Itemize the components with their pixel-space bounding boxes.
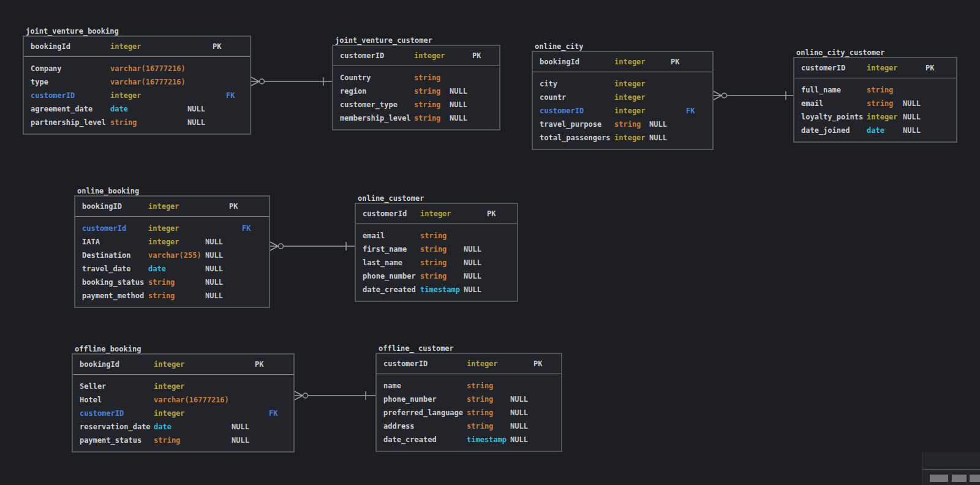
- column-type: varchar(16777216): [110, 62, 186, 75]
- column-type: integer: [148, 222, 179, 235]
- column-type: integer: [148, 235, 179, 249]
- column-row: addressstringNULL: [377, 419, 561, 433]
- column-type: integer: [614, 91, 646, 104]
- column-type: string: [148, 276, 175, 289]
- table-joint-venture-customer[interactable]: joint_venture_customer customerIDinteger…: [332, 36, 500, 130]
- column-nullable: NULL: [510, 393, 528, 406]
- relationship-onlinebooking-onlinecustomer[interactable]: [270, 242, 355, 250]
- table-box: customerIDintegerPK namestringphone_numb…: [375, 353, 562, 452]
- column-type: integer: [614, 131, 646, 145]
- column-row: bookingIdintegerPK: [533, 52, 712, 72]
- column-type: integer: [614, 52, 646, 72]
- column-key-badge: PK: [472, 46, 481, 66]
- column-type: string: [414, 111, 440, 125]
- column-nullable: NULL: [205, 289, 223, 303]
- column-name: countr: [540, 91, 566, 104]
- column-name: loyalty_points: [801, 110, 863, 124]
- table-body: full_namestringemailstringNULLloyalty_po…: [794, 78, 956, 141]
- relationship-jvbooking-jvcustomer[interactable]: [251, 77, 332, 86]
- table-box: bookingIdintegerPK cityintegercountrinte…: [532, 51, 714, 150]
- table-header-row: customerIdintegerPK: [356, 204, 517, 224]
- table-offline-customer[interactable]: offline_ customer customerIDintegerPK na…: [375, 344, 562, 452]
- column-type: string: [420, 242, 447, 256]
- column-name: phone_number: [363, 269, 416, 283]
- column-row: customer_typestringNULL: [333, 98, 499, 111]
- column-name: region: [340, 85, 366, 98]
- column-row: total_passengersintegerNULL: [533, 131, 712, 145]
- column-row: Sellerinteger: [73, 380, 293, 393]
- table-offline-booking[interactable]: offline_booking bookingIdintegerPK Selle…: [72, 345, 295, 453]
- column-nullable: NULL: [903, 110, 921, 124]
- column-name: last_name: [363, 256, 402, 269]
- table-online-city[interactable]: online_city bookingIdintegerPK cityinteg…: [532, 42, 714, 150]
- column-nullable: NULL: [510, 419, 528, 433]
- table-joint-venture-booking[interactable]: joint_venture_booking bookingIdintegerPK…: [23, 27, 251, 135]
- table-title: joint_venture_customer: [332, 36, 500, 45]
- relationship-onlinecity-onlinecitycustomer[interactable]: [714, 91, 793, 100]
- diagram-canvas[interactable]: joint_venture_booking bookingIdintegerPK…: [0, 0, 980, 485]
- column-name: customerId: [82, 222, 126, 235]
- table-online-customer[interactable]: online_customer customerIdintegerPK emai…: [355, 194, 518, 302]
- table-online-city-customer[interactable]: online_city_customer customerIDintegerPK…: [793, 48, 957, 143]
- table-body: namestringphone_numberstringNULLpreferre…: [377, 374, 561, 451]
- column-name: Hotel: [80, 393, 102, 407]
- column-type: string: [148, 289, 175, 303]
- table-title: online_city_customer: [793, 48, 957, 57]
- column-key-badge: PK: [487, 204, 496, 224]
- table-body: CountrystringregionstringNULLcustomer_ty…: [333, 66, 499, 129]
- column-type: varchar(255): [148, 249, 202, 262]
- column-row: countrinteger: [533, 91, 712, 104]
- column-row: customerIDintegerFK: [73, 407, 293, 420]
- column-row: customerIdintegerPK: [356, 204, 517, 224]
- column-nullable: NULL: [205, 262, 223, 276]
- column-row: full_namestring: [794, 83, 956, 97]
- column-name: address: [383, 419, 415, 433]
- column-type: integer: [154, 355, 185, 374]
- column-name: date_joined: [801, 124, 850, 137]
- column-type: string: [154, 434, 180, 447]
- column-nullable: NULL: [187, 116, 205, 129]
- column-row: customerIdintegerFK: [75, 222, 269, 235]
- column-key-badge: PK: [255, 355, 263, 374]
- column-row: phone_numberstringNULL: [356, 269, 517, 283]
- table-box: customerIDintegerPK Countrystringregions…: [332, 45, 500, 130]
- column-nullable: NULL: [510, 433, 528, 446]
- column-row: bookingIDintegerPK: [75, 197, 269, 216]
- relationship-offlinebooking-offlinecustomer[interactable]: [295, 391, 375, 400]
- column-name: customerID: [383, 354, 428, 374]
- column-type: date: [154, 420, 172, 434]
- column-name: customerID: [340, 46, 384, 66]
- column-name: phone_number: [383, 393, 437, 406]
- column-key-badge: FK: [686, 104, 695, 118]
- column-name: bookingID: [82, 197, 122, 216]
- column-row: agreement_datedateNULL: [24, 102, 250, 116]
- minimap-tables-strip: [922, 469, 980, 485]
- column-type: string: [110, 116, 137, 129]
- column-type: integer: [414, 46, 445, 66]
- column-row: Destinationvarchar(255)NULL: [75, 249, 269, 262]
- column-type: string: [420, 229, 447, 242]
- column-name: email: [801, 97, 823, 110]
- table-body: cityintegercountrintegercustomerIDintege…: [533, 72, 712, 149]
- table-title: offline_ customer: [375, 344, 562, 353]
- table-online-booking[interactable]: online_booking bookingIDintegerPK custom…: [74, 187, 270, 308]
- column-type: string: [414, 85, 440, 98]
- minimap[interactable]: [922, 452, 980, 485]
- column-type: integer: [867, 110, 898, 124]
- column-type: date: [148, 262, 166, 276]
- column-nullable: NULL: [205, 235, 223, 249]
- column-name: customerID: [540, 104, 584, 118]
- minimap-table-tile: [952, 475, 967, 482]
- column-name: date_created: [383, 433, 437, 446]
- column-name: Seller: [80, 380, 106, 393]
- column-row: partnership_levelstringNULL: [24, 116, 250, 129]
- table-box: bookingIdintegerPK SellerintegerHotelvar…: [72, 353, 295, 453]
- column-name: bookingId: [540, 52, 579, 72]
- table-box: bookingIdintegerPK Companyvarchar(167772…: [23, 36, 251, 135]
- table-header-row: customerIDintegerPK: [377, 354, 561, 374]
- column-name: date_created: [363, 283, 416, 296]
- column-type: timestamp: [467, 433, 507, 446]
- table-title: online_city: [532, 42, 714, 51]
- table-body: SellerintegerHotelvarchar(16777216)custo…: [73, 375, 293, 451]
- column-type: integer: [148, 197, 179, 216]
